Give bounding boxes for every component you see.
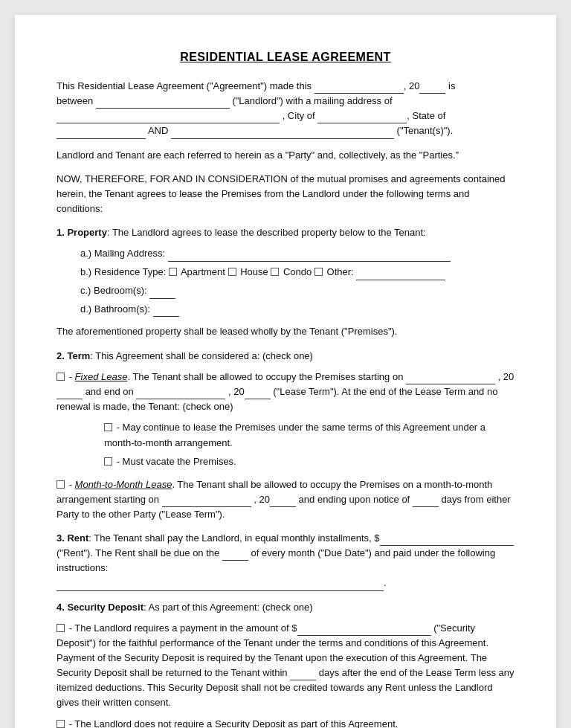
- fixed-lease-para: - Fixed Lease. The Tenant shall be allow…: [57, 370, 514, 414]
- section4-option1: - The Landlord requires a payment in the…: [57, 621, 514, 711]
- intro-block: This Residential Lease Agreement ("Agree…: [57, 79, 514, 139]
- landlord-name-field[interactable]: [96, 98, 230, 109]
- due-date-field[interactable]: [222, 550, 248, 561]
- apartment-checkbox[interactable]: [169, 268, 177, 276]
- section2-heading: 2. Term: This Agreement shall be conside…: [57, 349, 514, 364]
- section1-item-c: c.) Bedroom(s):: [80, 283, 514, 299]
- fixed-end-date-field[interactable]: [136, 389, 225, 399]
- party-ref-text: Landlord and Tenant are each referred to…: [57, 148, 514, 163]
- state-field[interactable]: [57, 129, 146, 139]
- section1-item-b: b.) Residence Type: Apartment House Cond…: [80, 265, 514, 280]
- security-deposit-required-checkbox[interactable]: [57, 624, 65, 632]
- section4-block: 4. Security Deposit: As part of this Agr…: [57, 600, 514, 728]
- document-title: RESIDENTIAL LEASE AGREEMENT: [57, 51, 514, 64]
- consideration-text: NOW, THEREFORE, FOR AND IN CONSIDERATION…: [57, 172, 514, 216]
- vacate-checkbox[interactable]: [104, 457, 112, 466]
- section2-block: 2. Term: This Agreement shall be conside…: [57, 349, 514, 522]
- section4-heading: 4. Security Deposit: As part of this Agr…: [57, 600, 514, 615]
- fixed-option1: - May continue to lease the Premises und…: [104, 420, 514, 451]
- section1-item-a: a.) Mailing Address:: [80, 246, 514, 262]
- section1-heading: 1. Property: The Landlord agrees to leas…: [57, 225, 514, 240]
- rent-amount-field[interactable]: [380, 535, 514, 546]
- fixed-end-year-field[interactable]: [245, 389, 271, 399]
- mailing-address-property-field[interactable]: [168, 251, 451, 262]
- month-lease-para: - Month-to-Month Lease. The Tenant shall…: [57, 477, 514, 522]
- fixed-start-year-field[interactable]: [57, 389, 83, 399]
- month-lease-checkbox[interactable]: [57, 480, 65, 489]
- section1-block: 1. Property: The Landlord agrees to leas…: [57, 225, 514, 339]
- city-field[interactable]: [317, 113, 407, 123]
- year-field[interactable]: [419, 83, 445, 94]
- condo-checkbox[interactable]: [271, 268, 279, 276]
- month-start-date-field[interactable]: [162, 497, 251, 507]
- section1-items: a.) Mailing Address: b.) Residence Type:…: [57, 246, 514, 317]
- intro-paragraph: This Residential Lease Agreement ("Agree…: [57, 79, 514, 139]
- fixed-start-date-field[interactable]: [406, 374, 495, 384]
- security-deposit-amount-field[interactable]: [297, 625, 431, 636]
- section3-block: 3. Rent: The Tenant shall pay the Landlo…: [57, 531, 514, 591]
- month-start-year-field[interactable]: [270, 497, 296, 507]
- fixed-lease-options: - May continue to lease the Premises und…: [57, 420, 514, 469]
- house-checkbox[interactable]: [228, 268, 236, 276]
- section1-item-d: d.) Bathroom(s):: [80, 302, 514, 318]
- section4-option2: - The Landlord does not require a Securi…: [57, 717, 514, 728]
- consideration-block: NOW, THEREFORE, FOR AND IN CONSIDERATION…: [57, 172, 514, 216]
- document-page: RESIDENTIAL LEASE AGREEMENT This Residen…: [15, 15, 556, 728]
- bathrooms-field[interactable]: [153, 306, 179, 317]
- party-ref-block: Landlord and Tenant are each referred to…: [57, 148, 514, 163]
- other-checkbox[interactable]: [314, 268, 323, 276]
- continue-lease-checkbox[interactable]: [104, 423, 112, 431]
- payment-instructions-field[interactable]: [57, 581, 384, 591]
- fixed-lease-checkbox[interactable]: [57, 373, 65, 381]
- section1-footer: The aforementioned property shall be lea…: [57, 324, 514, 339]
- fixed-option2: - Must vacate the Premises.: [104, 454, 514, 470]
- section3-heading: 3. Rent: The Tenant shall pay the Landlo…: [57, 531, 514, 591]
- tenant-name-field[interactable]: [171, 129, 394, 139]
- security-deposit-days-field[interactable]: [290, 670, 316, 680]
- other-type-field[interactable]: [356, 270, 445, 280]
- mailing-address-field[interactable]: [57, 113, 280, 123]
- date-field[interactable]: [314, 83, 404, 94]
- bedrooms-field[interactable]: [149, 289, 175, 299]
- no-security-deposit-checkbox[interactable]: [57, 720, 65, 728]
- notice-days-field[interactable]: [413, 497, 439, 507]
